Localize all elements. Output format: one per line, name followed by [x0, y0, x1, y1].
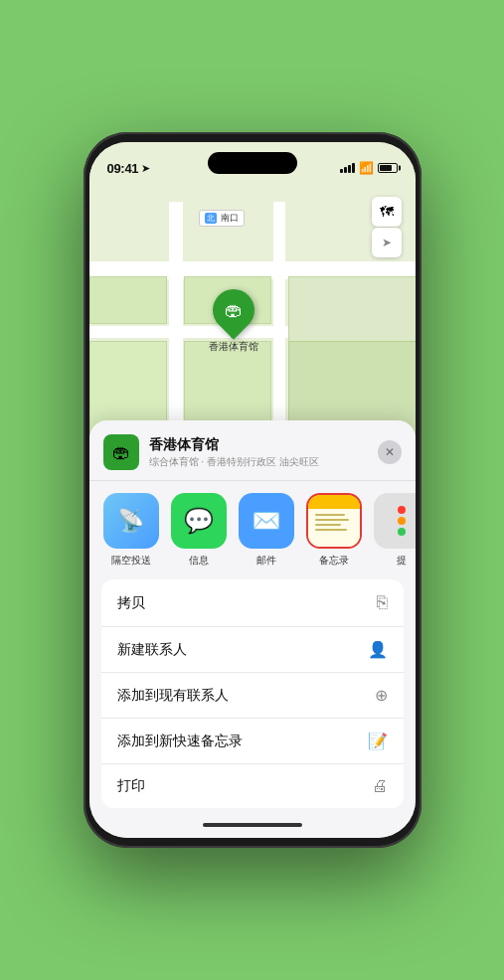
- marker-label: 香港体育馆: [209, 340, 258, 354]
- airdrop-label: 隔空投送: [111, 554, 151, 568]
- dynamic-island: [208, 152, 297, 174]
- phone-screen: 09:41 ➤ 📶: [89, 142, 416, 838]
- messages-icon: 💬: [184, 507, 214, 535]
- battery-icon: [378, 163, 398, 173]
- stadium-marker: 🏟 香港体育馆: [209, 289, 258, 354]
- close-button[interactable]: ✕: [378, 440, 402, 464]
- status-time: 09:41: [107, 161, 139, 176]
- venue-header: 🏟 香港体育馆 综合体育馆 · 香港特别行政区 油尖旺区 ✕: [89, 420, 416, 481]
- copy-icon: ⎘: [377, 592, 388, 613]
- notes-label: 备忘录: [319, 554, 349, 568]
- action-row-add-existing[interactable]: 添加到现有联系人 ⊕: [101, 673, 404, 719]
- new-contact-icon: 👤: [368, 640, 388, 659]
- home-indicator: [89, 816, 416, 838]
- more-icon-wrap: [374, 493, 416, 549]
- venue-info: 香港体育馆 综合体育馆 · 香港特别行政区 油尖旺区: [149, 436, 368, 469]
- map-view-button[interactable]: 🗺: [372, 197, 402, 227]
- new-contact-label: 新建联系人: [117, 641, 187, 659]
- wifi-icon: 📶: [359, 161, 374, 175]
- add-notes-icon: 📝: [368, 732, 388, 750]
- phone-frame: 09:41 ➤ 📶: [84, 132, 421, 848]
- share-item-mail[interactable]: ✉️ 邮件: [239, 493, 294, 568]
- venue-name: 香港体育馆: [149, 436, 368, 454]
- share-item-notes[interactable]: 备忘录: [306, 493, 362, 568]
- venue-icon: 🏟: [103, 434, 139, 470]
- share-item-messages[interactable]: 💬 信息: [171, 493, 227, 568]
- print-label: 打印: [117, 777, 145, 795]
- signal-icon: [340, 163, 355, 173]
- location-icon: ➤: [382, 236, 392, 249]
- airdrop-icon: 📡: [117, 508, 144, 534]
- map-controls: 🗺 ➤: [372, 197, 402, 257]
- action-row-copy[interactable]: 拷贝 ⎘: [101, 579, 404, 627]
- mail-icon-wrap: ✉️: [239, 493, 294, 549]
- action-row-print[interactable]: 打印 🖨: [101, 764, 404, 808]
- add-existing-icon: ⊕: [375, 686, 388, 705]
- add-notes-label: 添加到新快速备忘录: [117, 733, 243, 750]
- location-arrow-icon: ➤: [141, 162, 150, 175]
- action-row-new-contact[interactable]: 新建联系人 👤: [101, 627, 404, 673]
- action-list: 拷贝 ⎘ 新建联系人 👤 添加到现有联系人 ⊕ 添加到新快速备忘录 📝 打印: [101, 579, 404, 808]
- notes-icon-wrap: [306, 493, 362, 549]
- messages-label: 信息: [189, 554, 209, 568]
- print-icon: 🖨: [372, 777, 388, 795]
- bottom-sheet: 🏟 香港体育馆 综合体育馆 · 香港特别行政区 油尖旺区 ✕ 📡 隔空投送: [89, 420, 416, 838]
- map-icon: 🗺: [380, 204, 394, 220]
- share-item-airdrop[interactable]: 📡 隔空投送: [103, 493, 159, 568]
- location-button[interactable]: ➤: [372, 228, 402, 257]
- venue-subtitle: 综合体育馆 · 香港特别行政区 油尖旺区: [149, 455, 368, 469]
- status-icons: 📶: [340, 161, 398, 175]
- add-existing-label: 添加到现有联系人: [117, 687, 229, 705]
- marker-pin: 🏟: [204, 280, 262, 339]
- mail-label: 邮件: [256, 554, 276, 568]
- share-item-more[interactable]: 提: [374, 493, 416, 568]
- more-label: 提: [397, 554, 407, 568]
- airdrop-icon-wrap: 📡: [103, 493, 159, 549]
- home-bar: [203, 823, 302, 827]
- action-row-add-notes[interactable]: 添加到新快速备忘录 📝: [101, 719, 404, 764]
- messages-icon-wrap: 💬: [171, 493, 227, 549]
- map-entrance-label: 北 南口: [199, 210, 246, 227]
- mail-icon: ✉️: [252, 507, 281, 535]
- share-row: 📡 隔空投送 💬 信息 ✉️ 邮件: [89, 481, 416, 579]
- copy-label: 拷贝: [117, 594, 145, 612]
